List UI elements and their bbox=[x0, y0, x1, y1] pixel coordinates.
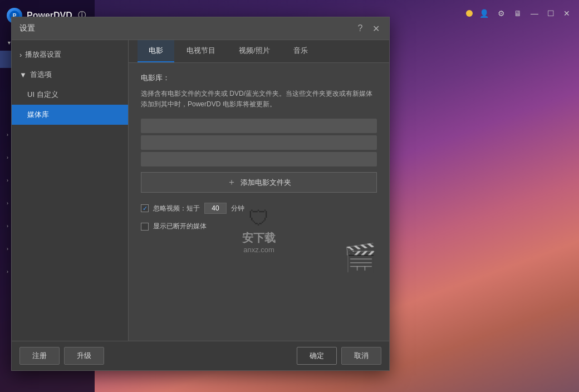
add-folder-label: 添加电影文件夹 bbox=[241, 178, 291, 188]
dialog-title: 设置 bbox=[19, 23, 35, 33]
nav-collapse-icon: ▼ bbox=[19, 71, 27, 79]
settings-icon[interactable]: ⚙ bbox=[495, 8, 507, 19]
tab-movie-label: 电影 bbox=[149, 46, 163, 55]
section-label: 电影库： bbox=[141, 73, 377, 83]
titlebar-controls: 👤 ⚙ 🖥 — ☐ ✕ bbox=[466, 8, 572, 19]
folder-item-1 bbox=[141, 119, 377, 133]
cancel-button[interactable]: 取消 bbox=[341, 347, 381, 365]
disconnected-checkbox[interactable] bbox=[141, 223, 149, 231]
ignore-label-1: 忽略视频：短于 bbox=[153, 204, 200, 213]
ignore-unit-label: 分钟 bbox=[231, 204, 244, 213]
folder-item-3 bbox=[141, 152, 377, 166]
add-folder-button[interactable]: ＋ 添加电影文件夹 bbox=[141, 172, 377, 193]
footer-left: 注册 升级 bbox=[19, 347, 104, 365]
tab-music-label: 音乐 bbox=[293, 46, 308, 55]
nav-panel: › 播放器设置 ▼ 首选项 UI 自定义 媒体库 bbox=[12, 40, 129, 341]
nav-player-settings-label: 播放器设置 bbox=[25, 50, 61, 60]
upgrade-button[interactable]: 升级 bbox=[64, 347, 104, 365]
film-icon-area: 🎬 bbox=[141, 242, 377, 273]
nav-expand-icon: › bbox=[19, 51, 22, 59]
minimize-button[interactable]: — bbox=[528, 8, 541, 19]
dialog-footer: 注册 升级 确定 取消 bbox=[12, 341, 389, 370]
dialog-titlebar: 设置 ? ✕ bbox=[12, 17, 389, 40]
dialog-close-button[interactable]: ✕ bbox=[370, 23, 381, 34]
chevron-right-icon3: › bbox=[7, 178, 8, 183]
chevron-right-icon4: › bbox=[7, 200, 8, 206]
maximize-button[interactable]: ☐ bbox=[545, 8, 557, 19]
tab-tv-label: 电视节目 bbox=[187, 46, 215, 55]
dialog-title-controls: ? ✕ bbox=[355, 23, 381, 34]
disconnected-row: 显示已断开的媒体 bbox=[141, 222, 377, 231]
confirm-button[interactable]: 确定 bbox=[297, 347, 337, 365]
desc-text: 选择含有电影文件的文件夹或 DVD/蓝光文件夹。当这些文件夹更改或有新媒体添加到… bbox=[141, 89, 377, 110]
status-dot bbox=[466, 10, 473, 17]
ignore-video-checkbox[interactable] bbox=[141, 204, 149, 212]
nav-preferences[interactable]: ▼ 首选项 bbox=[12, 65, 128, 85]
nav-ui-label: UI 自定义 bbox=[27, 90, 58, 100]
settings-dialog: 设置 ? ✕ › 播放器设置 ▼ 首选项 UI 自定义 媒体库 bbox=[11, 17, 390, 371]
folder-item-2 bbox=[141, 135, 377, 150]
close-button[interactable]: ✕ bbox=[561, 8, 572, 19]
folder-list bbox=[141, 119, 377, 166]
plus-icon: ＋ bbox=[227, 177, 236, 188]
chevron-right-icon6: › bbox=[7, 246, 8, 252]
chevron-right-icon7: › bbox=[7, 269, 8, 275]
tab-video-photo[interactable]: 视频/照片 bbox=[228, 40, 281, 62]
nav-ui-customize[interactable]: UI 自定义 bbox=[12, 85, 128, 105]
dialog-body: › 播放器设置 ▼ 首选项 UI 自定义 媒体库 电影 电视节目 bbox=[12, 40, 389, 341]
monitor-icon[interactable]: 🖥 bbox=[512, 8, 524, 19]
nav-media-library[interactable]: 媒体库 bbox=[12, 105, 128, 125]
tab-music[interactable]: 音乐 bbox=[282, 40, 319, 62]
tab-video-photo-label: 视频/照片 bbox=[239, 46, 270, 55]
tab-tv[interactable]: 电视节目 bbox=[175, 40, 227, 62]
chevron-right-icon5: › bbox=[7, 223, 8, 229]
help-button[interactable]: ? bbox=[355, 23, 366, 34]
ignore-video-row: 忽略视频：短于 分钟 bbox=[141, 203, 377, 214]
tabs-bar: 电影 电视节目 视频/照片 音乐 bbox=[129, 40, 389, 63]
nav-media-label: 媒体库 bbox=[27, 110, 49, 120]
user-icon[interactable]: 👤 bbox=[477, 8, 491, 19]
content-inner: 电影库： 选择含有电影文件的文件夹或 DVD/蓝光文件夹。当这些文件夹更改或有新… bbox=[129, 63, 389, 341]
content-panel: 电影 电视节目 视频/照片 音乐 电影库： 选择含有电影文件的文件夹或 DVD/… bbox=[129, 40, 389, 341]
disconnected-label: 显示已断开的媒体 bbox=[153, 222, 207, 231]
register-button[interactable]: 注册 bbox=[19, 347, 60, 365]
footer-right: 确定 取消 bbox=[297, 347, 381, 365]
nav-player-settings[interactable]: › 播放器设置 bbox=[12, 45, 128, 65]
tab-movie[interactable]: 电影 bbox=[138, 40, 174, 62]
chevron-right-icon2: › bbox=[7, 155, 8, 160]
ignore-minutes-input[interactable] bbox=[204, 203, 227, 214]
film-clapper-icon: 🎬 bbox=[344, 242, 377, 273]
chevron-right-icon: › bbox=[7, 132, 8, 138]
nav-preferences-label: 首选项 bbox=[30, 70, 52, 80]
